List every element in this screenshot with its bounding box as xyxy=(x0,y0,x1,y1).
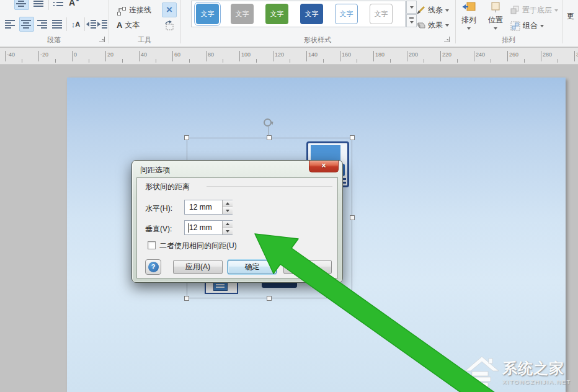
ruler-tick: 120 xyxy=(273,51,273,61)
selection-handle-bottom-mid[interactable] xyxy=(267,296,272,301)
decrease-indent-icon[interactable] xyxy=(86,17,96,32)
bullet-list-icon[interactable] xyxy=(51,0,66,10)
justify-icon[interactable] xyxy=(50,17,65,32)
chevron-down-icon xyxy=(445,24,449,27)
ok-button[interactable]: 确定 xyxy=(228,260,277,274)
same-spacing-checkbox-label[interactable]: 二者使用相同的间距(U) xyxy=(159,241,237,251)
dialog-title: 间距选项 xyxy=(140,165,170,176)
vertical-spacing-label: 垂直(V): xyxy=(145,224,172,234)
ruler-minor-tick xyxy=(424,59,424,63)
ruler-tick: -40 xyxy=(5,51,6,61)
cancel-button[interactable]: 取消 xyxy=(283,260,332,274)
increase-indent-glyph xyxy=(97,20,107,29)
ruler-tick: 60 xyxy=(172,51,173,61)
selection-handle-top-mid[interactable] xyxy=(267,135,272,140)
ruler-minor-tick xyxy=(22,59,22,63)
ruler-minor-tick xyxy=(323,59,324,63)
align-right-icon[interactable] xyxy=(35,17,50,32)
spin-up-icon xyxy=(226,223,229,225)
chevron-down-icon xyxy=(540,25,544,27)
selection-handle-top-left[interactable] xyxy=(184,135,189,140)
align-bottom-icon[interactable] xyxy=(32,0,47,10)
ruler-minor-tick xyxy=(558,59,558,63)
same-spacing-checkbox[interactable] xyxy=(148,241,156,249)
text-tool-icon: A xyxy=(117,20,122,30)
shape-styles-dialog-launcher[interactable] xyxy=(444,37,450,42)
ruler-tick: -20 xyxy=(38,51,39,61)
ruler-tick: 220 xyxy=(440,51,441,61)
ruler-tick: 100 xyxy=(239,51,240,61)
send-to-back-button[interactable]: 置于底层 xyxy=(510,5,558,16)
ruler-minor-tick xyxy=(390,59,391,63)
help-button[interactable]: ? xyxy=(145,259,161,275)
style-tile-blue[interactable]: 文字 xyxy=(196,4,219,24)
vertical-spacing-input[interactable]: 12 mm xyxy=(184,220,233,235)
dialog-close-button[interactable]: × xyxy=(309,161,339,172)
vertical-spacing-value: 12 mm xyxy=(189,223,212,232)
ruler-tick: 140 xyxy=(306,51,307,61)
ruler-minor-tick xyxy=(357,59,357,63)
help-icon: ? xyxy=(148,262,159,272)
shape-styles-group-label: 形状样式 xyxy=(181,35,454,45)
spin-down-icon xyxy=(226,230,229,233)
connector-label: 连接线 xyxy=(129,5,151,16)
ruler-minor-tick xyxy=(156,59,156,63)
text-cursor xyxy=(188,223,189,233)
paragraph-dialog-launcher[interactable] xyxy=(99,37,105,42)
align-middle-icon[interactable] xyxy=(14,0,29,10)
selection-handle-bottom-left[interactable] xyxy=(184,296,189,301)
ruler-tick: 80 xyxy=(206,51,207,61)
tools-group-label: 工具 xyxy=(109,35,180,45)
grow-font-icon[interactable]: A▲ xyxy=(67,0,82,10)
rotation-handle[interactable] xyxy=(264,118,272,127)
group-icon xyxy=(510,21,520,31)
ruler-minor-tick xyxy=(223,59,223,63)
apply-button[interactable]: 应用(A) xyxy=(173,260,223,274)
increase-indent-icon[interactable] xyxy=(97,17,107,32)
style-tile-navy[interactable]: 文字 xyxy=(300,4,323,24)
style-tile-green[interactable]: 文字 xyxy=(265,4,288,24)
align-left-icon[interactable] xyxy=(3,17,18,32)
horizontal-spacing-label: 水平(H): xyxy=(145,203,172,214)
watermark: 系统之家 XITONGZHIJIA.NET xyxy=(464,355,576,388)
ruler-tick: 260 xyxy=(507,51,508,61)
horizontal-spin-down-button[interactable] xyxy=(223,207,233,214)
pointer-tool-icon[interactable]: × xyxy=(162,2,177,17)
align-bottom-glyph xyxy=(33,0,45,7)
divider xyxy=(455,0,456,43)
selection-handle-bottom-right[interactable] xyxy=(350,296,355,301)
rotation-stem xyxy=(269,127,269,136)
house-logo-icon xyxy=(464,355,500,388)
position-button[interactable]: 位置 xyxy=(484,1,507,30)
selection-handle-right-mid[interactable] xyxy=(350,215,355,220)
line-style-button[interactable]: 线条 xyxy=(416,5,449,16)
ruler-minor-tick xyxy=(290,59,290,63)
line-style-label: 线条 xyxy=(428,5,443,16)
arrange-icon xyxy=(462,1,476,12)
vertical-spin-up-button[interactable] xyxy=(223,221,233,228)
style-tile-outline-gray[interactable]: 文字 xyxy=(370,4,393,24)
horizontal-ruler: -40-200204060801001201401601802002202402… xyxy=(0,48,578,65)
vertical-spin-down-button[interactable] xyxy=(223,228,233,234)
ruler-minor-tick xyxy=(457,59,458,63)
style-tile-gray[interactable]: 文字 xyxy=(231,4,254,24)
text-tool-button[interactable]: A 文本 xyxy=(117,20,140,30)
group-button[interactable]: 组合 xyxy=(510,20,544,31)
align-center-glyph xyxy=(21,20,32,29)
horizontal-spacing-input[interactable]: 12 mm xyxy=(184,200,233,215)
character-spacing-icon[interactable]: ↕A xyxy=(68,17,83,32)
change-shape-button-clipped[interactable]: 更 xyxy=(567,11,574,22)
effects-button[interactable]: 效果 xyxy=(416,20,449,30)
selection-handle-top-right[interactable] xyxy=(350,135,355,140)
rotate-tool-icon[interactable] xyxy=(162,19,177,33)
style-tile-outline-blue[interactable]: 文字 xyxy=(335,4,358,24)
connector-tool-button[interactable]: 连接线 xyxy=(117,5,151,16)
align-center-icon[interactable] xyxy=(19,17,34,32)
arrange-button[interactable]: 排列 xyxy=(458,1,480,30)
ruler-minor-tick xyxy=(491,59,491,63)
align-middle-glyph xyxy=(16,0,27,7)
spacing-options-dialog: 间距选项 × 形状间的距离 水平(H): 12 mm 垂直(V): 12 mm xyxy=(131,160,343,283)
arrange-label: 排列 xyxy=(458,15,480,25)
section-heading: 形状间的距离 xyxy=(145,182,190,192)
horizontal-spin-up-button[interactable] xyxy=(223,200,233,207)
